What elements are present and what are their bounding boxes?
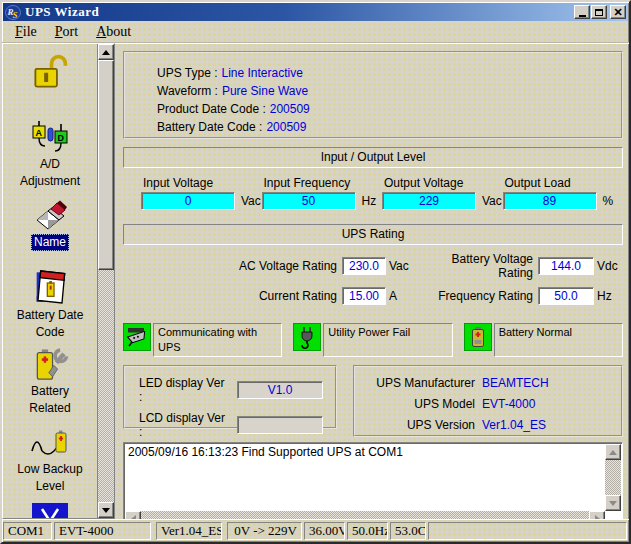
input-voltage-field[interactable]: 0 xyxy=(141,192,235,210)
app-icon: R S xyxy=(5,5,21,20)
log-scroll-up-button[interactable] xyxy=(605,444,621,460)
sidebar-item-cut[interactable] xyxy=(32,503,68,518)
output-load-label: Output Load xyxy=(503,175,624,191)
input-frequency-label: Input Frequency xyxy=(262,175,383,191)
output-load-field[interactable]: 89 xyxy=(503,192,597,210)
svg-text:A: A xyxy=(36,128,43,138)
arrow-up-icon xyxy=(609,450,617,455)
log-vscroll-track[interactable] xyxy=(605,460,621,495)
version-panels: LED display Ver : V1.0 LCD display Ver :… xyxy=(123,365,623,437)
scroll-up-button[interactable] xyxy=(98,44,114,60)
ups-rating-fields: AC Voltage Rating 230.0 Vac Battery Volt… xyxy=(123,252,623,312)
output-voltage-unit: Vac xyxy=(482,194,502,208)
input-frequency-unit: Hz xyxy=(362,194,377,208)
scrollbar-track[interactable] xyxy=(98,270,114,502)
low-backup-level-icon xyxy=(28,427,72,461)
arrow-right-icon xyxy=(595,515,600,519)
current-rating-field[interactable]: 15.00 xyxy=(342,287,386,305)
statusbar-com-port: COM1 xyxy=(3,522,52,540)
ups-manufacturer-value: BEAMTECH xyxy=(482,376,611,393)
close-button[interactable]: ✕ xyxy=(610,5,626,19)
arrow-down-icon xyxy=(102,508,110,513)
battery-status-indicator: Battery Normal xyxy=(464,323,623,357)
input-frequency-group: Input Frequency 50 Hz xyxy=(262,175,383,221)
led-display-ver-field[interactable]: V1.0 xyxy=(237,381,323,399)
lcd-display-ver-field[interactable] xyxy=(237,416,323,434)
log-hscroll-track[interactable] xyxy=(141,511,589,519)
battery-date-code-icon xyxy=(30,267,70,307)
sidebar-items: A D A/D Adjustment xyxy=(3,44,97,518)
sidebar-item-label: Battery Related xyxy=(29,383,70,417)
log-scroll-right-button[interactable] xyxy=(589,511,605,519)
power-plug-icon-tile xyxy=(293,323,321,351)
ups-info-box: UPS Type :Line Interactive Waveform :Pur… xyxy=(123,51,623,139)
ups-model-value: EVT-4000 xyxy=(482,397,611,414)
statusbar-temperature: 53.0C xyxy=(390,522,426,540)
statusbar-model: EVT-4000 xyxy=(54,522,151,540)
battery-status-box: Battery Normal xyxy=(494,323,623,357)
svg-text:S: S xyxy=(13,9,18,19)
sidebar-item-battery-related[interactable]: Battery Related xyxy=(29,345,70,417)
statusbar-empty xyxy=(428,522,627,540)
log-vertical-scrollbar[interactable] xyxy=(605,444,621,511)
log-scroll-left-button[interactable] xyxy=(125,511,141,519)
name-eraser-icon xyxy=(31,198,69,234)
sidebar-item-name[interactable]: Name xyxy=(31,198,69,251)
event-log[interactable]: 2005/09/16 16:13:23 Find Supported UPS a… xyxy=(123,442,623,519)
maximize-button[interactable] xyxy=(591,5,607,19)
menu-port[interactable]: Port xyxy=(46,23,87,41)
ups-model-label: UPS Model xyxy=(365,397,475,414)
ups-type-value: Line Interactive xyxy=(221,66,302,80)
output-voltage-label: Output Voltage xyxy=(382,175,503,191)
log-scroll-down-button[interactable] xyxy=(605,495,621,511)
product-date-code-value: 200509 xyxy=(270,102,310,116)
ups-rating-header: UPS Rating xyxy=(123,224,623,245)
output-voltage-group: Output Voltage 229 Vac xyxy=(382,175,503,221)
product-date-code-label: Product Date Code : xyxy=(157,102,266,116)
minimize-button[interactable] xyxy=(574,5,590,19)
menu-about[interactable]: About xyxy=(87,23,140,41)
io-level-header: Input / Output Level xyxy=(123,147,623,168)
sidebar-scrollbar[interactable] xyxy=(97,44,114,518)
arrow-down-icon xyxy=(609,501,617,506)
sidebar-item-label: A/D Adjustment xyxy=(20,156,80,190)
sidebar-item-ad-adjustment[interactable]: A D A/D Adjustment xyxy=(20,120,80,190)
title-bar[interactable]: R S UPS Wizard ✕ xyxy=(3,3,628,21)
window-title: UPS Wizard xyxy=(25,4,573,20)
status-bar: COM1 EVT-4000 Ver1.04_ES 0V -> 229V 36.0… xyxy=(2,519,629,542)
output-voltage-field[interactable]: 229 xyxy=(382,192,476,210)
output-load-group: Output Load 89 % xyxy=(503,175,624,221)
scrollbar-thumb[interactable] xyxy=(98,60,114,270)
battery-status-text: Battery Normal xyxy=(499,325,572,340)
battery-voltage-rating-field[interactable]: 144.0 xyxy=(538,257,594,275)
arrow-up-icon xyxy=(102,50,110,55)
sidebar-item-low-backup-level[interactable]: Low Backup Level xyxy=(17,427,82,495)
statusbar-voltage-transfer: 0V -> 229V xyxy=(227,522,302,540)
sidebar-item-battery-date-code[interactable]: Battery Date Code xyxy=(17,267,84,341)
sidebar-item-label-selected: Name xyxy=(31,234,69,251)
sidebar-item-unlock[interactable] xyxy=(30,52,70,92)
battery-icon-tile xyxy=(464,323,492,351)
frequency-rating-label: Frequency Rating xyxy=(415,289,538,303)
battery-voltage-rating-unit: Vdc xyxy=(597,259,623,273)
sidebar-item-label: Battery Date Code xyxy=(17,307,84,341)
ac-voltage-rating-field[interactable]: 230.0 xyxy=(342,257,386,275)
menu-file[interactable]: File xyxy=(6,23,46,41)
svg-text:D: D xyxy=(58,133,65,143)
current-rating-label: Current Rating xyxy=(123,289,342,303)
log-horizontal-scrollbar[interactable] xyxy=(125,511,605,519)
input-voltage-unit: Vac xyxy=(241,194,261,208)
ups-manufacturer-label: UPS Manufacturer xyxy=(365,376,475,393)
battery-date-code-value: 200509 xyxy=(266,120,306,134)
close-icon: ✕ xyxy=(613,7,622,18)
input-frequency-field[interactable]: 50 xyxy=(262,192,356,210)
display-version-panel: LED display Ver : V1.0 LCD display Ver : xyxy=(123,365,337,429)
battery-voltage-rating-label: Battery Voltage Rating xyxy=(415,252,538,280)
statusbar-battery-voltage: 36.00V xyxy=(304,522,345,540)
frequency-rating-field[interactable]: 50.0 xyxy=(538,287,594,305)
scroll-down-button[interactable] xyxy=(98,502,114,518)
ups-version-value: Ver1.04_ES xyxy=(482,418,611,435)
frequency-rating-unit: Hz xyxy=(597,289,623,303)
current-rating-unit: A xyxy=(389,289,415,303)
menu-bar: File Port About xyxy=(2,22,629,43)
